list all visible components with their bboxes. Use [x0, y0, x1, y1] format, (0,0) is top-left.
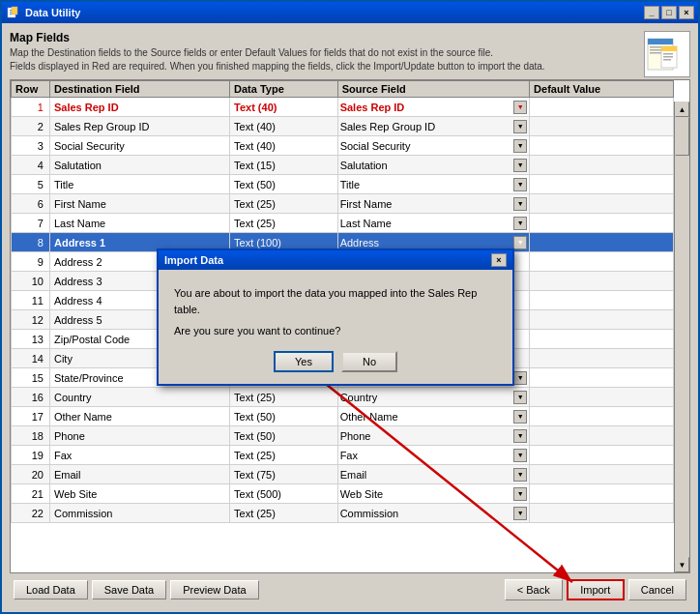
modal-close-button[interactable]: × — [491, 253, 507, 267]
modal-title-label: Import Data — [164, 254, 223, 266]
modal-text-line1: You are about to import the data you map… — [174, 285, 497, 317]
modal-text-line2: Are you sure you want to continue? — [174, 323, 497, 339]
modal-content: You are about to import the data you map… — [159, 270, 512, 384]
main-window: Data Utility _ □ × Map Fields Map the De… — [0, 0, 700, 614]
modal-yes-button[interactable]: Yes — [274, 351, 334, 372]
import-dialog: Import Data × You are about to import th… — [157, 249, 514, 386]
modal-overlay: Import Data × You are about to import th… — [2, 2, 698, 612]
modal-no-button[interactable]: No — [341, 351, 397, 372]
modal-buttons: Yes No — [174, 351, 497, 372]
modal-title-bar: Import Data × — [159, 250, 512, 270]
